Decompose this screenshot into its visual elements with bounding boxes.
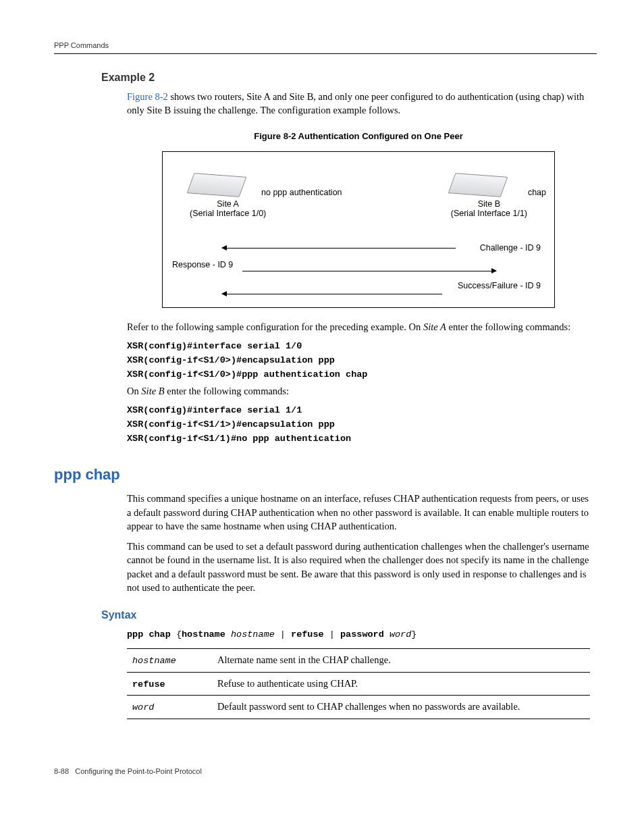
figure-caption: Figure 8-2 Authentication Configured on … [127, 130, 590, 142]
syntax-heading: Syntax [101, 608, 597, 623]
site-a-label: Site A [217, 199, 239, 209]
challenge-label: Challenge - ID 9 [480, 242, 541, 255]
siteb-intro: On Site B enter the following commands: [127, 384, 590, 398]
desc-cell: Default password sent to CHAP challenges… [212, 696, 590, 719]
footer-page: 8-88 [54, 767, 69, 775]
site-a-if: (Serial Interface 1/0) [190, 209, 266, 218]
response-label: Response - ID 9 [172, 259, 233, 271]
page-header: PPP Commands [54, 41, 597, 54]
chap-label: chap [528, 187, 546, 199]
desc-cell: Refuse to authenticate using CHAP. [212, 672, 590, 696]
footer-title: Configuring the Point-to-Point Protocol [75, 767, 202, 775]
code-block-a: XSR(config)#interface serial 1/0 XSR(con… [127, 340, 590, 382]
command-title: ppp chap [54, 465, 597, 486]
example-intro: Figure 8-2 shows two routers, Site A and… [127, 90, 590, 118]
arg-cell: word [132, 702, 154, 712]
code-block-b: XSR(config)#interface serial 1/1 XSR(con… [127, 405, 590, 446]
arg-cell: refuse [132, 679, 165, 689]
cmd-desc-2: This command can be used to set a defaul… [127, 540, 590, 594]
router-b-icon [448, 173, 508, 197]
table-row: word Default password sent to CHAP chall… [127, 696, 590, 719]
syntax-table: hostname Alternate name sent in the CHAP… [127, 648, 590, 720]
syntax-usage: ppp chap {hostname hostname | refuse | p… [127, 629, 590, 642]
header-section: PPP Commands [54, 41, 109, 49]
arg-cell: hostname [132, 656, 176, 666]
figure-link[interactable]: Figure 8-2 [127, 91, 168, 102]
desc-cell: Alternate name sent in the CHAP challeng… [212, 648, 590, 672]
router-a: Site A (Serial Interface 1/0) [190, 175, 266, 219]
router-b: Site B (Serial Interface 1/1) [451, 175, 527, 219]
router-a-icon [187, 173, 247, 197]
challenge-arrow [222, 248, 456, 249]
table-row: refuse Refuse to authenticate using CHAP… [127, 672, 590, 696]
figure-diagram: Site A (Serial Interface 1/0) Site B (Se… [162, 151, 555, 308]
table-row: hostname Alternate name sent in the CHAP… [127, 648, 590, 672]
site-b-if: (Serial Interface 1/1) [451, 209, 527, 218]
response-arrow [242, 271, 496, 271]
no-auth-label: no ppp authentication [261, 187, 342, 199]
site-b-label: Site B [478, 199, 500, 209]
result-label: Success/Failure - ID 9 [458, 280, 541, 292]
cmd-desc-1: This command specifies a unique hostname… [127, 492, 590, 533]
result-arrow [222, 294, 442, 294]
example-heading: Example 2 [101, 70, 597, 85]
sample-intro: Refer to the following sample configurat… [127, 320, 590, 334]
page-footer: 8-88 Configuring the Point-to-Point Prot… [54, 766, 597, 777]
